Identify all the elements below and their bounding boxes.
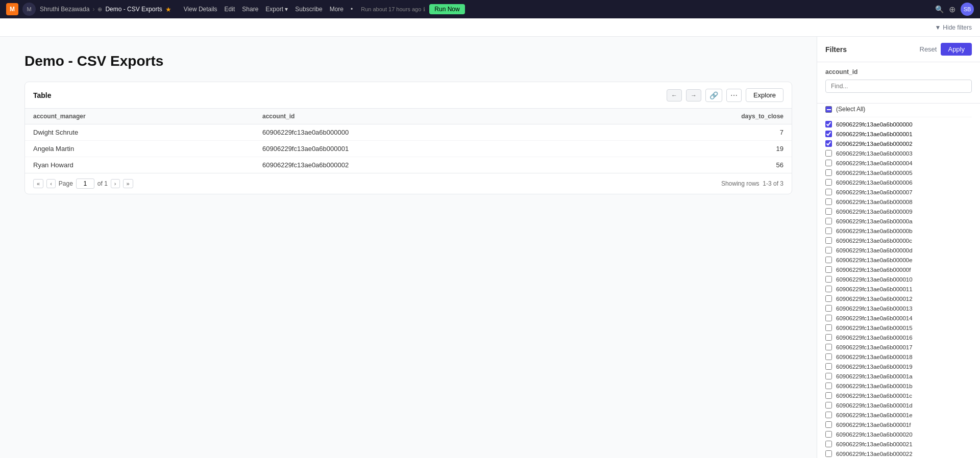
last-page-button[interactable]: » — [123, 179, 133, 188]
filter-checkbox[interactable] — [825, 334, 832, 341]
filter-checkbox[interactable] — [825, 150, 832, 157]
filter-checkbox[interactable] — [825, 257, 832, 263]
filter-checkbox[interactable] — [825, 363, 832, 370]
filter-item[interactable]: 60906229fc13ae0a6b000004 — [825, 158, 972, 168]
share-link[interactable]: Share — [242, 6, 258, 13]
col-days-to-close: days_to_close — [597, 109, 792, 124]
next-page-btn[interactable]: › — [111, 179, 120, 188]
filter-checkbox[interactable] — [825, 353, 832, 360]
filter-item[interactable]: 60906229fc13ae0a6b000000 — [825, 119, 972, 129]
filter-checkbox[interactable] — [825, 412, 832, 418]
filter-checkbox[interactable] — [825, 305, 832, 312]
page-number-input[interactable] — [76, 179, 94, 189]
star-icon[interactable]: ★ — [165, 6, 172, 13]
filter-checkbox[interactable] — [825, 392, 832, 399]
filter-item[interactable]: 60906229fc13ae0a6b00001e — [825, 410, 972, 420]
filter-item[interactable]: 60906229fc13ae0a6b00000a — [825, 216, 972, 226]
filter-checkbox[interactable] — [825, 344, 832, 350]
export-link[interactable]: Export ▾ — [265, 6, 288, 13]
filter-item[interactable]: 60906229fc13ae0a6b000001 — [825, 129, 972, 139]
avatar[interactable]: SB — [961, 3, 974, 16]
filter-item[interactable]: 60906229fc13ae0a6b000005 — [825, 168, 972, 177]
filter-checkbox[interactable] — [825, 169, 832, 176]
prev-page-button[interactable]: ← — [667, 89, 682, 101]
filter-item[interactable]: 60906229fc13ae0a6b000018 — [825, 352, 972, 362]
filter-checkbox[interactable] — [825, 295, 832, 302]
filter-item[interactable]: 60906229fc13ae0a6b000022 — [825, 449, 972, 458]
filter-checkbox[interactable] — [825, 160, 832, 166]
filter-checkbox[interactable] — [825, 208, 832, 215]
filter-item[interactable]: 60906229fc13ae0a6b000012 — [825, 294, 972, 303]
filter-checkbox[interactable] — [825, 441, 832, 447]
filter-search-input[interactable] — [825, 80, 972, 93]
filter-checkbox[interactable] — [825, 286, 832, 292]
filter-checkbox[interactable] — [825, 237, 832, 244]
filter-checkbox[interactable] — [825, 450, 832, 457]
more-link[interactable]: More — [330, 6, 344, 13]
filter-item[interactable]: 60906229fc13ae0a6b000011 — [825, 284, 972, 294]
filter-item[interactable]: 60906229fc13ae0a6b000008 — [825, 197, 972, 207]
filter-checkbox[interactable] — [825, 140, 832, 147]
filter-item[interactable]: 60906229fc13ae0a6b000009 — [825, 207, 972, 216]
apply-button[interactable]: Apply — [941, 43, 972, 56]
filter-checkbox[interactable] — [825, 402, 832, 409]
filter-checkbox[interactable] — [825, 324, 832, 331]
add-icon[interactable]: ⊕ — [949, 5, 955, 14]
edit-link[interactable]: Edit — [225, 6, 235, 13]
filter-checkbox[interactable] — [825, 266, 832, 273]
filter-item[interactable]: 60906229fc13ae0a6b00000e — [825, 255, 972, 265]
next-page-button[interactable]: → — [686, 89, 701, 101]
filter-item[interactable]: 60906229fc13ae0a6b00000b — [825, 226, 972, 236]
more-options-button[interactable]: ⋯ — [726, 89, 742, 102]
filter-item[interactable]: 60906229fc13ae0a6b000013 — [825, 303, 972, 313]
filter-select-all[interactable]: (Select All) — [825, 104, 972, 117]
filter-checkbox[interactable] — [825, 247, 832, 253]
run-now-button[interactable]: Run Now — [429, 4, 464, 14]
filter-checkbox[interactable] — [825, 189, 832, 195]
filter-item[interactable]: 60906229fc13ae0a6b000007 — [825, 187, 972, 197]
subscribe-link[interactable]: Subscribe — [295, 6, 322, 13]
filter-item[interactable]: 60906229fc13ae0a6b000016 — [825, 333, 972, 342]
filter-item[interactable]: 60906229fc13ae0a6b00001c — [825, 391, 972, 400]
filter-item[interactable]: 60906229fc13ae0a6b000002 — [825, 139, 972, 148]
filter-item[interactable]: 60906229fc13ae0a6b000010 — [825, 274, 972, 284]
filter-checkbox[interactable] — [825, 315, 832, 321]
link-icon-button[interactable]: 🔗 — [705, 89, 722, 102]
filter-checkbox[interactable] — [825, 218, 832, 224]
filter-item[interactable]: 60906229fc13ae0a6b00001b — [825, 381, 972, 391]
filter-checkbox[interactable] — [825, 121, 832, 128]
filter-checkbox[interactable] — [825, 276, 832, 283]
search-icon[interactable]: 🔍 — [935, 5, 944, 13]
filter-item[interactable]: 60906229fc13ae0a6b000014 — [825, 313, 972, 323]
filter-item[interactable]: 60906229fc13ae0a6b00001d — [825, 400, 972, 410]
filter-checkbox[interactable] — [825, 227, 832, 234]
hide-filters-button[interactable]: ▼ Hide filters — [935, 24, 972, 31]
filter-checkbox[interactable] — [825, 131, 832, 137]
filter-item[interactable]: 60906229fc13ae0a6b000017 — [825, 342, 972, 352]
reset-button[interactable]: Reset — [920, 45, 937, 53]
view-details-link[interactable]: View Details — [184, 6, 217, 13]
filter-item[interactable]: 60906229fc13ae0a6b00000d — [825, 245, 972, 255]
filter-item[interactable]: 60906229fc13ae0a6b000020 — [825, 429, 972, 439]
filter-item[interactable]: 60906229fc13ae0a6b000021 — [825, 439, 972, 449]
filter-checkbox[interactable] — [825, 179, 832, 186]
filter-item[interactable]: 60906229fc13ae0a6b00000c — [825, 236, 972, 245]
user-name[interactable]: Shruthi Bezawada — [40, 6, 89, 13]
filter-checkbox[interactable] — [825, 431, 832, 438]
filter-checkbox[interactable] — [825, 198, 832, 205]
explore-button[interactable]: Explore — [746, 88, 783, 102]
filter-item[interactable]: 60906229fc13ae0a6b000003 — [825, 148, 972, 158]
select-all-checkbox-indeterminate[interactable] — [825, 106, 832, 113]
filter-item[interactable]: 60906229fc13ae0a6b00001f — [825, 420, 972, 429]
prev-page-btn[interactable]: ‹ — [46, 179, 56, 188]
filter-checkbox[interactable] — [825, 421, 832, 428]
filter-item[interactable]: 60906229fc13ae0a6b00000f — [825, 265, 972, 274]
filter-item[interactable]: 60906229fc13ae0a6b000015 — [825, 323, 972, 333]
filter-checkbox[interactable] — [825, 383, 832, 389]
first-page-button[interactable]: « — [33, 179, 43, 188]
filter-item[interactable]: 60906229fc13ae0a6b00001a — [825, 371, 972, 381]
filter-item[interactable]: 60906229fc13ae0a6b000006 — [825, 177, 972, 187]
filter-checkbox[interactable] — [825, 373, 832, 379]
project-name[interactable]: Demo - CSV Exports — [105, 6, 162, 13]
filter-item[interactable]: 60906229fc13ae0a6b000019 — [825, 362, 972, 371]
